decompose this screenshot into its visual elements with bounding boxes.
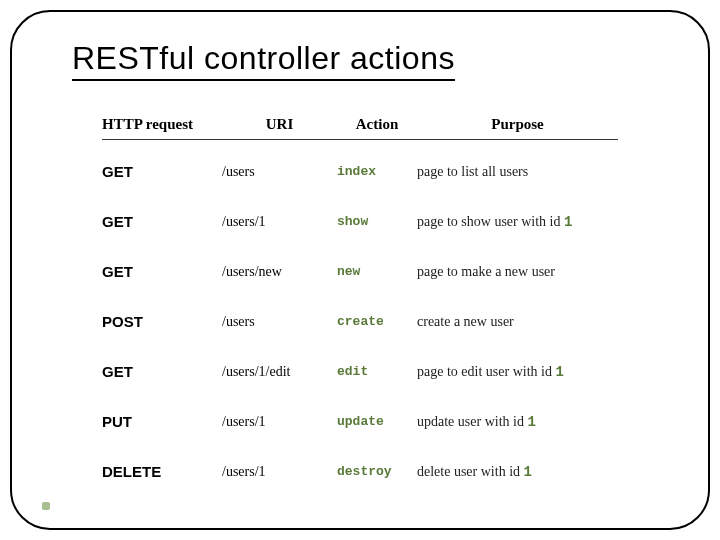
table-body: GET /users index page to list all users …	[102, 140, 618, 490]
purpose-text: page to make a new user	[417, 264, 555, 279]
cell-uri: /users/new	[222, 240, 337, 290]
table-header-row: HTTP request URI Action Purpose	[102, 116, 618, 140]
table-row: DELETE /users/1 destroy delete user with…	[102, 440, 618, 490]
purpose-text: update user with id	[417, 414, 527, 429]
corner-dot-icon	[42, 502, 50, 510]
purpose-text: create a new user	[417, 314, 514, 329]
cell-purpose: page to edit user with id 1	[417, 340, 618, 390]
cell-uri: /users/1	[222, 390, 337, 440]
purpose-id: 1	[555, 364, 563, 380]
purpose-id: 1	[564, 214, 572, 230]
cell-purpose: create a new user	[417, 290, 618, 340]
cell-uri: /users/1	[222, 440, 337, 490]
cell-purpose: page to show user with id 1	[417, 190, 618, 240]
routes-table: HTTP request URI Action Purpose GET /use…	[102, 116, 618, 490]
purpose-id: 1	[527, 414, 535, 430]
purpose-text: page to show user with id	[417, 214, 564, 229]
purpose-id: 1	[524, 464, 532, 480]
slide-frame: RESTful controller actions HTTP request …	[10, 10, 710, 530]
cell-http: PUT	[102, 390, 222, 440]
header-uri: URI	[222, 116, 337, 140]
cell-purpose: update user with id 1	[417, 390, 618, 440]
header-request: HTTP request	[102, 116, 222, 140]
cell-uri: /users/1/edit	[222, 340, 337, 390]
purpose-text: page to edit user with id	[417, 364, 555, 379]
cell-action: edit	[337, 340, 417, 390]
cell-http: GET	[102, 190, 222, 240]
cell-action: destroy	[337, 440, 417, 490]
cell-http: DELETE	[102, 440, 222, 490]
cell-http: GET	[102, 340, 222, 390]
cell-http: GET	[102, 240, 222, 290]
table-row: GET /users/new new page to make a new us…	[102, 240, 618, 290]
table-row: PUT /users/1 update update user with id …	[102, 390, 618, 440]
cell-http: POST	[102, 290, 222, 340]
cell-purpose: page to list all users	[417, 140, 618, 190]
cell-action: update	[337, 390, 417, 440]
routes-table-wrap: HTTP request URI Action Purpose GET /use…	[102, 116, 618, 490]
cell-action: index	[337, 140, 417, 190]
table-row: GET /users index page to list all users	[102, 140, 618, 190]
cell-action: create	[337, 290, 417, 340]
cell-http: GET	[102, 140, 222, 190]
cell-purpose: page to make a new user	[417, 240, 618, 290]
cell-purpose: delete user with id 1	[417, 440, 618, 490]
purpose-text: page to list all users	[417, 164, 528, 179]
table-row: POST /users create create a new user	[102, 290, 618, 340]
header-action: Action	[337, 116, 417, 140]
cell-action: show	[337, 190, 417, 240]
header-purpose: Purpose	[417, 116, 618, 140]
cell-uri: /users/1	[222, 190, 337, 240]
table-row: GET /users/1/edit edit page to edit user…	[102, 340, 618, 390]
table-row: GET /users/1 show page to show user with…	[102, 190, 618, 240]
purpose-text: delete user with id	[417, 464, 524, 479]
cell-action: new	[337, 240, 417, 290]
cell-uri: /users	[222, 290, 337, 340]
page-title: RESTful controller actions	[72, 40, 455, 81]
cell-uri: /users	[222, 140, 337, 190]
